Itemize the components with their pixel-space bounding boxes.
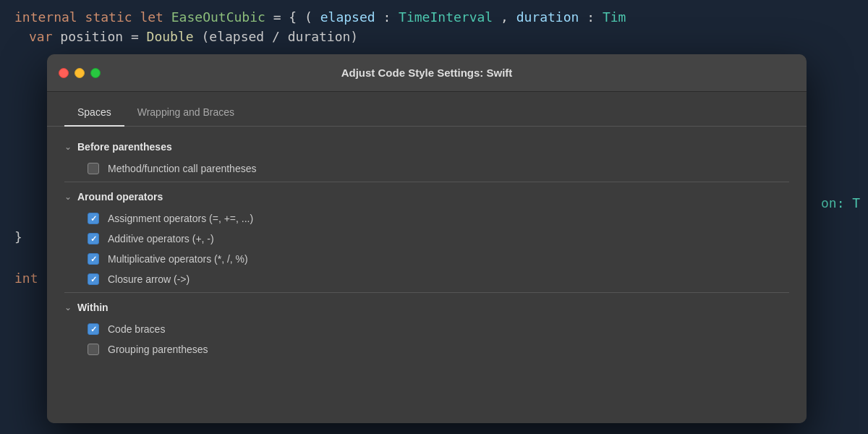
code-keyword-static: static — [85, 9, 132, 25]
settings-content: ⌄ Before parentheses Method/function cal… — [47, 127, 807, 423]
section-around-operators-header[interactable]: ⌄ Around operators — [47, 185, 807, 208]
label-multiplicative-operators: Multiplicative operators (*, /, %) — [108, 253, 248, 265]
checkbox-multiplicative-operators[interactable] — [88, 253, 99, 265]
close-button[interactable] — [59, 68, 69, 78]
tab-bar: Spaces Wrapping and Braces — [47, 92, 807, 127]
section-within-title: Within — [77, 302, 109, 313]
separator-2 — [64, 292, 789, 293]
code-right-panel: on: T — [821, 0, 868, 434]
setting-method-call-parens: Method/function call parentheses — [47, 158, 807, 179]
checkbox-code-braces[interactable] — [88, 323, 99, 335]
section-around-operators-title: Around operators — [77, 191, 163, 203]
right-code-snippet: on: T — [821, 195, 860, 210]
section-before-parentheses-header[interactable]: ⌄ Before parentheses — [47, 135, 807, 158]
maximize-button[interactable] — [90, 68, 101, 78]
chevron-within-icon: ⌄ — [64, 302, 72, 312]
label-code-braces: Code braces — [108, 323, 165, 335]
window-controls — [59, 68, 101, 78]
checkbox-closure-arrow[interactable] — [88, 273, 99, 285]
code-var-name: EaseOutCubic — [171, 9, 265, 25]
code-keyword-internal: internal — [14, 9, 77, 25]
label-method-call-parens: Method/function call parentheses — [108, 163, 256, 174]
setting-code-braces: Code braces — [47, 319, 807, 339]
chevron-around-operators-icon: ⌄ — [64, 192, 72, 202]
setting-multiplicative-operators: Multiplicative operators (*, /, %) — [47, 249, 807, 269]
label-assignment-operators: Assignment operators (=, +=, ...) — [108, 213, 253, 224]
dialog-title: Adjust Code Style Settings: Swift — [341, 67, 513, 79]
label-additive-operators: Additive operators (+, -) — [108, 233, 214, 244]
minimize-button[interactable] — [75, 68, 85, 78]
title-bar: Adjust Code Style Settings: Swift — [47, 54, 807, 92]
setting-closure-arrow: Closure arrow (->) — [47, 269, 807, 289]
setting-additive-operators: Additive operators (+, -) — [47, 229, 807, 249]
setting-grouping-parentheses: Grouping parentheses — [47, 339, 807, 359]
checkbox-additive-operators[interactable] — [88, 233, 99, 244]
setting-assignment-operators: Assignment operators (=, +=, ...) — [47, 208, 807, 229]
label-closure-arrow: Closure arrow (->) — [108, 273, 190, 285]
tab-spaces[interactable]: Spaces — [64, 99, 124, 127]
dialog: Adjust Code Style Settings: Swift Spaces… — [47, 54, 807, 423]
checkbox-assignment-operators[interactable] — [88, 213, 99, 224]
section-before-parentheses-title: Before parentheses — [77, 141, 172, 153]
code-keyword-let: let — [140, 9, 163, 25]
code-paren-open: ( — [305, 9, 312, 25]
section-within-header[interactable]: ⌄ Within — [47, 296, 807, 319]
checkbox-grouping-parentheses[interactable] — [88, 344, 99, 355]
chevron-before-parentheses-icon: ⌄ — [64, 142, 72, 152]
checkbox-method-call-parens[interactable] — [88, 163, 99, 174]
separator-1 — [64, 182, 789, 182]
tab-wrapping-braces[interactable]: Wrapping and Braces — [124, 99, 247, 127]
label-grouping-parentheses: Grouping parentheses — [108, 344, 208, 355]
